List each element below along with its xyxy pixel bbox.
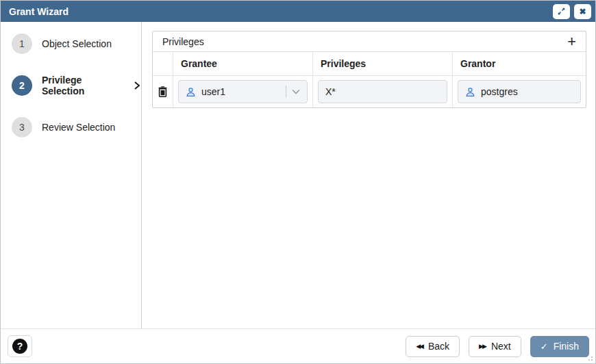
step-label: Object Selection	[42, 38, 112, 49]
privileges-cell: X*	[313, 76, 453, 107]
grantor-field: postgres	[458, 80, 581, 103]
user-icon	[465, 87, 475, 97]
next-button-label: Next	[491, 341, 511, 352]
user-icon	[186, 87, 196, 97]
step-number-badge: 3	[12, 117, 32, 138]
double-right-arrow-icon: ▶▶	[479, 343, 486, 350]
expand-button[interactable]	[553, 4, 570, 19]
step-number-badge: 1	[12, 34, 32, 54]
grantor-cell: postgres	[453, 76, 586, 107]
step-review-selection: 3 Review Selection	[1, 106, 141, 148]
help-button[interactable]: ?	[8, 335, 32, 357]
select-separator	[286, 86, 286, 98]
finish-button[interactable]: ✓ Finish	[530, 336, 589, 357]
footer-actions: ◀◀ Back ▶▶ Next ✓ Finish	[406, 336, 589, 357]
main-content: Privileges + Grantee Privileges Grantor	[142, 22, 595, 328]
row-actions-cell	[153, 76, 173, 107]
next-button[interactable]: ▶▶ Next	[469, 336, 521, 357]
privileges-field[interactable]: X*	[318, 80, 447, 103]
privileges-value: X*	[325, 86, 336, 97]
grant-wizard-dialog: Grant Wizard ✖ 1 Object Selection 2	[0, 0, 596, 364]
help-icon: ?	[12, 339, 27, 354]
titlebar: Grant Wizard ✖	[1, 1, 595, 22]
trash-icon	[158, 86, 167, 97]
grantee-select[interactable]: user1	[178, 80, 308, 103]
add-privilege-button[interactable]: +	[566, 34, 578, 49]
window-title: Grant Wizard	[9, 6, 549, 17]
privileges-column-header: Privileges	[313, 52, 453, 75]
check-icon: ✓	[541, 341, 548, 352]
chevron-right-icon	[133, 81, 141, 90]
chevron-down-icon	[292, 89, 300, 94]
grantor-column-header: Grantor	[453, 52, 586, 75]
delete-row-button[interactable]	[157, 85, 169, 99]
grantor-value: postgres	[481, 86, 518, 97]
privilege-table-row: user1 X*	[153, 76, 586, 107]
double-left-arrow-icon: ◀◀	[416, 343, 423, 350]
wizard-body: 1 Object Selection 2 Privilege Selection…	[1, 22, 595, 328]
grantee-value: user1	[201, 86, 225, 97]
step-object-selection: 1 Object Selection	[1, 23, 141, 64]
privileges-panel: Privileges + Grantee Privileges Grantor	[152, 31, 586, 108]
close-icon: ✖	[579, 7, 586, 16]
steps-sidebar: 1 Object Selection 2 Privilege Selection…	[1, 22, 142, 328]
step-label: Review Selection	[42, 122, 115, 133]
grantee-cell: user1	[173, 76, 313, 107]
finish-button-label: Finish	[554, 341, 579, 352]
back-button[interactable]: ◀◀ Back	[406, 336, 460, 357]
step-label: Privilege Selection	[42, 75, 127, 96]
expand-icon	[557, 7, 566, 16]
step-privilege-selection: 2 Privilege Selection	[1, 64, 141, 106]
privileges-panel-header: Privileges +	[153, 31, 586, 52]
privileges-table-header: Grantee Privileges Grantor	[153, 52, 586, 76]
resize-grip[interactable]	[586, 354, 593, 361]
close-button[interactable]: ✖	[574, 4, 591, 19]
actions-column-header	[153, 52, 173, 75]
grantee-column-header: Grantee	[173, 52, 313, 75]
step-number-badge: 2	[12, 75, 32, 96]
footer: ? ◀◀ Back ▶▶ Next ✓ Finish	[1, 328, 595, 363]
back-button-label: Back	[428, 341, 449, 352]
panel-title: Privileges	[162, 36, 204, 47]
